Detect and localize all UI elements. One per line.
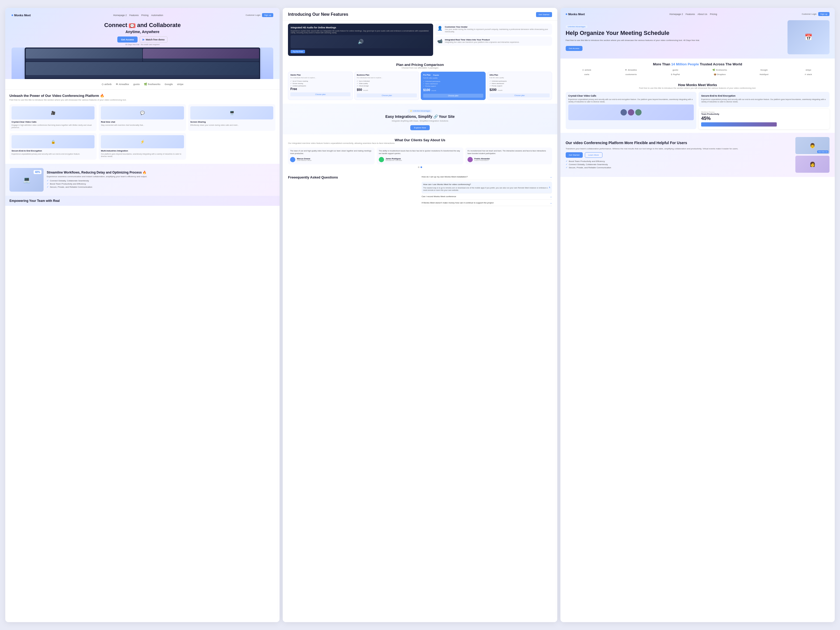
col1-signup-button[interactable]: Sign up — [262, 13, 273, 17]
feature-title-chat: Real time chat — [101, 121, 184, 123]
col2-faq-toggle-3[interactable]: ⌄ — [550, 201, 552, 204]
col2-hd-audio-title: Integrated HD Audio for Online Meetings — [291, 26, 431, 29]
col3-flex-person-1: 👩 — [795, 156, 829, 173]
col3-get-started-button[interactable]: Get Started — [566, 152, 583, 158]
col2-integrations-badge: ✨ Unlimited Advantages — [408, 109, 433, 113]
col2-rt-video-title: Integrated Real Time Video Into Your Pro… — [445, 39, 519, 41]
col2-try-free-button[interactable]: Try For Free — [291, 50, 305, 53]
airwallex-icon: ≋ — [116, 83, 118, 85]
hero-emoji: 💬 — [129, 24, 136, 28]
col2-testimonial-2: It's revolutionized how we teach and lea… — [466, 147, 552, 164]
col1-workflow-content: Streamline Workflows, Reducing Delay and… — [47, 171, 147, 189]
col1-workflow-desc: Experience seamless communication and in… — [47, 175, 147, 178]
column-1: Monks Meet Homepage 2 Features Pricing A… — [5, 8, 279, 622]
col2-testimonial-avatar-1 — [379, 157, 384, 162]
col3-how-grid: Crystal-Clear Video Calls Experience unp… — [566, 92, 829, 129]
col1-features-title: Unleash the Power of Our Video Conferenc… — [9, 94, 275, 98]
col2-ultra-f2: ✓Admin dashboard — [489, 82, 549, 84]
col2-testimonial-author-2: Fredric Alexander Future Presentation? — [467, 157, 550, 162]
feature-img-integration: ⚡ — [101, 135, 184, 148]
col2-business-plan-name: Business Plan — [357, 74, 417, 76]
col2-starter-f1: ✓Up to 5 hours meeting — [291, 80, 351, 82]
col3-logo-stripe: stripe — [787, 69, 829, 71]
col2-testimonial-author-0: Marcus Greene Chief Medical Officer — [290, 157, 373, 162]
col2-starter-f2: ✓Screen sharing — [291, 82, 351, 84]
col2-starter-choose-button[interactable]: Choose plan — [291, 92, 351, 96]
col3-flex-check-0: ✓ Boost Team Productivity and Efficiency — [566, 160, 792, 163]
feature-card-encryption: 🔒 Secure-End-to End Encryption Experienc… — [9, 133, 96, 159]
col3-hero-content: Unlimited Advantages Help Organize Your … — [566, 20, 829, 54]
col2-faq-answer-1: The easiest way is to go to remote.com o… — [423, 186, 549, 192]
feature-card-chat: 💬 Real time chat Stay connected with rea… — [99, 104, 186, 131]
col2-avatar-icon: 👤 — [437, 26, 442, 31]
col2-testimonial-text-2: It's revolutionized how we teach and lea… — [467, 150, 550, 155]
col2-business-f2: ✓Video quality — [357, 82, 417, 84]
col2-faq-toggle-0[interactable]: ⌄ — [550, 175, 552, 178]
col2-business-choose-button[interactable]: Choose plan — [357, 93, 417, 97]
feature-desc-screen-share: Effortlessly share your screen during vi… — [190, 124, 273, 126]
col2-author-title-0: Chief Medical Officer — [297, 159, 312, 161]
col3-video-call-overlay: Start Video Call — [817, 150, 829, 153]
col2-pro-choose-button[interactable]: Choose plan — [423, 94, 483, 98]
col3-flexible-buttons: Get Started Learn More — [566, 152, 792, 158]
col3-check-icon-1: ✓ — [566, 163, 568, 166]
col1-features-section: Unleash the Power of Our Video Conferenc… — [5, 89, 279, 164]
col2-testimonial-text-1: The ability to troubleshoot issues face-… — [379, 150, 461, 155]
col2-pro-price: $100 — [423, 88, 430, 92]
col3-hero-visual: 📅 — [788, 20, 829, 54]
col2-customize-avatar-card: 👤 Customize Your Avatar Use your avatar … — [435, 24, 552, 35]
col3-flex-img-0: 👨 Start Video Call — [795, 137, 829, 154]
col2-starter-features-desc: For individuals that want to explore... — [291, 77, 351, 79]
feature-img-chat: 💬 — [101, 106, 184, 120]
col2-faq-title: Freeequently Asked Questions — [288, 175, 418, 179]
col3-how-card-desc-0: Experience unparalleled privacy and secu… — [568, 98, 694, 103]
col3-nav-links: Homepage 2 Features About Us Pricing — [669, 13, 717, 16]
col2-faq-toggle-1[interactable]: ∧ — [549, 186, 551, 189]
col2-faq-toggle-2[interactable]: ⌄ — [550, 195, 552, 198]
col2-dot-1[interactable] — [420, 166, 422, 168]
col2-author-name-0: Marcus Greene — [297, 158, 312, 159]
col2-get-started-button[interactable]: Get Started — [536, 12, 552, 17]
col2-author-title-2: Future Presentation? — [474, 159, 490, 161]
col3-productivity-percent: 45% — [701, 116, 827, 121]
col2-ultra-plan-name: Ultra Plan — [489, 74, 549, 76]
col3-learn-more-button[interactable]: Learn More — [585, 152, 602, 158]
col2-integrations-section: ✨ Unlimited Advantages Easy Integrations… — [283, 104, 557, 134]
col2-ultra-choose-button[interactable]: Choose plan — [489, 93, 549, 97]
col3-logo-dropbox: 📦 Dropbox — [698, 73, 741, 76]
col1-get-access-button[interactable]: Get Access — [117, 36, 137, 43]
col3-get-access-button[interactable]: Get Access — [566, 46, 583, 51]
check-icon-0: ✓ — [47, 179, 49, 182]
feature-title-video-calls: Crystal-Clear Video Calls — [11, 121, 95, 123]
logo-freshworks: 🌿 freshworks — [144, 83, 160, 85]
col1-check-item-1: ✓ Boost Team Productivity and Efficiency — [47, 182, 147, 185]
col3-flex-person-icon-1: 👩 — [810, 161, 815, 167]
col2-pro-price-row: $100 /month — [423, 87, 483, 92]
col1-nav-right: Customer Login Sign up — [246, 13, 273, 17]
column-2: Introducing Our New Features Get Started… — [283, 8, 557, 622]
col2-dot-0[interactable] — [418, 166, 420, 168]
col1-login-link[interactable]: Customer Login — [246, 14, 261, 16]
col2-explore-button[interactable]: Explore Now — [410, 125, 429, 130]
col2-business-features-desc: For individuals that want to explore... — [357, 77, 417, 79]
check-icon-2: ✓ — [47, 186, 49, 188]
col3-logo-gusto: gusto — [654, 69, 696, 71]
play-icon: ▶ — [142, 38, 145, 41]
col2-hd-audio-image: 🔊 — [291, 35, 431, 48]
col2-pro-period: /month — [431, 90, 436, 92]
col1-features-sub: Feel free to use this title to introduce… — [9, 99, 275, 101]
col1-nav: Monks Meet Homepage 2 Features Pricing A… — [11, 13, 273, 17]
col2-avatar-desc: Use your avatar during the meeting to re… — [445, 28, 549, 33]
logo-gusto: gusto — [133, 83, 140, 85]
col2-pricing-sub: Choose from our affordable 4 packages — [288, 67, 552, 69]
col3-logo-slack: # slack — [787, 73, 829, 76]
col3-trusted-title: More Than 14 Million People Trusted Acro… — [566, 62, 829, 66]
col1-watch-demo-button[interactable]: ▶ Watch free demo — [140, 36, 167, 43]
col2-testimonials-title: What Our Clients Say About Us — [288, 138, 552, 142]
col3-flex-person-icon-0: 👨 — [810, 143, 815, 148]
col2-ultra-price: $200 — [489, 88, 497, 92]
col2-faq-q-2: Can I record Monks Meet conference — [422, 195, 456, 198]
col1-hero-image — [11, 47, 273, 79]
col3-login-link[interactable]: Customer Login — [802, 13, 816, 15]
col3-signup-button[interactable]: Sign up — [818, 12, 829, 16]
